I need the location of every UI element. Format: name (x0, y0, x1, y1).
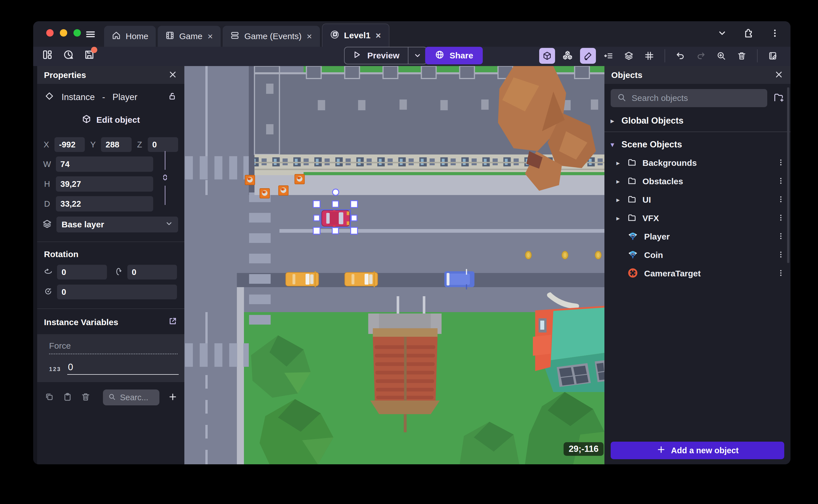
lock-open-icon[interactable] (167, 91, 177, 103)
variable-value-input[interactable] (67, 362, 179, 374)
editor-tabs: Home Game × Game (Events) × Level1 × (104, 21, 389, 47)
row-menu-kebab-icon[interactable] (777, 251, 785, 260)
variables-search-input[interactable] (120, 393, 154, 402)
scene-objects-group[interactable]: ▾ Scene Objects (605, 134, 790, 154)
tab-level1-active[interactable]: Level1 × (322, 24, 389, 47)
instance-object-name: Player (113, 92, 138, 102)
width-input[interactable] (56, 160, 153, 169)
edit-mode-button[interactable] (580, 48, 596, 64)
close-window-button[interactable] (46, 29, 54, 37)
depth-field (56, 196, 153, 211)
instances-list-button[interactable] (601, 48, 616, 64)
close-objects-icon[interactable] (774, 70, 784, 81)
row-menu-kebab-icon[interactable] (777, 158, 785, 168)
tab-label: Game (179, 31, 202, 41)
maximize-window-button[interactable] (73, 29, 81, 37)
object-row-cameratarget[interactable]: CameraTarget (605, 264, 790, 283)
folder-row-vfx[interactable]: ▸ VFX (605, 209, 790, 227)
yellow-car[interactable] (286, 271, 318, 287)
object-row-coin[interactable]: Coin (605, 246, 790, 264)
row-menu-kebab-icon[interactable] (777, 269, 785, 278)
rotation-section-title: Rotation (37, 242, 184, 261)
objects-panel-scrollbar[interactable] (787, 87, 789, 263)
undo-button[interactable] (673, 48, 688, 64)
yellow-car[interactable] (344, 271, 377, 287)
selected-player-car[interactable] (322, 209, 349, 227)
rotation-z-input[interactable] (57, 287, 177, 297)
proportional-resize-toggle[interactable] (159, 151, 171, 205)
row-menu-kebab-icon[interactable] (777, 177, 785, 186)
history-icon[interactable] (63, 49, 74, 62)
object-row-player[interactable]: Player (605, 227, 790, 246)
row-menu-kebab-icon[interactable] (777, 232, 785, 241)
objects-groups-button[interactable] (560, 48, 576, 64)
close-tab-icon[interactable]: × (306, 32, 312, 41)
main-menu-icon[interactable] (85, 29, 96, 41)
redo-button-disabled[interactable] (693, 48, 709, 64)
paste-variable-icon[interactable] (63, 392, 72, 403)
x-input[interactable] (54, 140, 85, 149)
variables-search-field (103, 389, 159, 405)
tab-home[interactable]: Home (104, 26, 156, 47)
depth-label: D (42, 199, 52, 209)
zoom-in-button[interactable] (713, 48, 729, 64)
rotation-x-input[interactable] (57, 268, 107, 277)
copy-variable-icon[interactable] (45, 392, 54, 403)
tab-game[interactable]: Game × (158, 26, 221, 47)
panels-layout-icon[interactable] (42, 49, 53, 62)
scene-canvas[interactable]: 29;-116 (184, 66, 605, 464)
rotation-y-input[interactable] (127, 268, 177, 277)
edit-object-button[interactable]: Edit object (42, 111, 179, 129)
delete-button[interactable] (734, 48, 750, 64)
blue-car[interactable] (445, 269, 475, 289)
screen: Home Game × Game (Events) × Level1 × (0, 0, 818, 504)
folder-row-backgrounds[interactable]: ▸ Backgrounds (605, 154, 790, 172)
close-properties-icon[interactable] (168, 70, 177, 81)
y-input[interactable] (101, 140, 131, 149)
save-project-icon[interactable] (84, 49, 95, 62)
folder-label: Obstacles (643, 177, 777, 186)
close-tab-icon[interactable]: × (207, 32, 213, 41)
height-input[interactable] (56, 179, 153, 189)
tab-game-events[interactable]: Game (Events) × (223, 26, 320, 47)
open-variables-editor-icon[interactable] (168, 316, 177, 328)
folder-row-obstacles[interactable]: ▸ Obstacles (605, 172, 790, 190)
folder-row-ui[interactable]: ▸ UI (605, 190, 790, 209)
add-variable-icon[interactable] (168, 392, 177, 403)
chevron-right-icon: ▸ (616, 196, 624, 204)
preview-options-chevron[interactable] (408, 52, 427, 60)
x-field (54, 137, 85, 152)
toggle-3d-view-button[interactable] (539, 48, 555, 64)
divider (665, 49, 665, 62)
objects-search-input[interactable] (632, 93, 761, 103)
play-icon (352, 50, 361, 62)
row-menu-kebab-icon[interactable] (777, 195, 785, 204)
extensions-puzzle-icon[interactable] (743, 27, 754, 40)
z-input[interactable] (148, 140, 178, 149)
layer-dropdown[interactable]: Base layer (56, 217, 178, 232)
collapse-chevron-icon[interactable] (717, 28, 727, 39)
delete-variable-icon[interactable] (81, 392, 90, 403)
layers-button[interactable] (621, 48, 637, 64)
chevron-right-icon: ▸ (609, 117, 616, 125)
grid-button[interactable] (641, 48, 657, 64)
scene-properties-button[interactable] (765, 48, 781, 64)
depth-input[interactable] (56, 199, 153, 209)
chevron-right-icon: ▸ (616, 177, 624, 185)
close-tab-icon[interactable]: × (375, 31, 381, 40)
edit-object-label: Edit object (96, 115, 140, 125)
add-new-object-button[interactable]: Add a new object (611, 442, 784, 459)
global-objects-group[interactable]: ▸ Global Objects (605, 110, 790, 130)
row-menu-kebab-icon[interactable] (777, 214, 785, 223)
folder-label: Backgrounds (643, 158, 777, 168)
variable-name[interactable]: Force (49, 341, 177, 354)
browser-menu-kebab-icon[interactable] (770, 28, 780, 39)
globe-icon (435, 50, 445, 62)
divider (757, 49, 758, 62)
add-folder-icon[interactable] (773, 92, 784, 104)
share-button[interactable]: Share (425, 47, 483, 64)
minimize-window-button[interactable] (60, 29, 67, 37)
brick-tower[interactable] (368, 296, 441, 432)
z-label: Z (136, 140, 144, 149)
preview-button[interactable]: Preview (344, 50, 408, 62)
